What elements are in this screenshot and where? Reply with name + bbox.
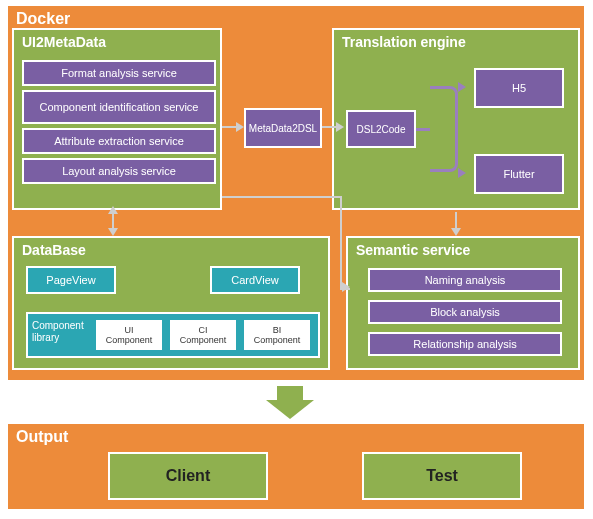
bracket-connector	[430, 86, 458, 172]
naming-analysis: Naming analysis	[368, 268, 562, 292]
component-library-label: Component library	[32, 320, 92, 344]
attribute-extraction-service: Attribute extraction service	[22, 128, 216, 154]
arrow-layout-to-semantic	[222, 196, 340, 198]
output-title: Output	[16, 428, 68, 446]
semantic-service-title: Semantic service	[356, 242, 470, 258]
format-analysis-service: Format analysis service	[22, 60, 216, 86]
translation-engine-title: Translation engine	[342, 34, 466, 50]
metadata2dsl-node: MetaData2DSL	[244, 108, 322, 148]
ui2metadata-container: UI2MetaData Format analysis service Comp…	[12, 28, 222, 210]
dsl2code-node: DSL2Code	[346, 110, 416, 148]
translation-engine-container: Translation engine DSL2Code H5 Flutter	[332, 28, 580, 210]
ci-component: CI Component	[170, 320, 236, 350]
ui2metadata-title: UI2MetaData	[22, 34, 106, 50]
pageview-node: PageView	[26, 266, 116, 294]
client-node: Client	[108, 452, 268, 500]
arrow-metadata2dsl-to-translation	[322, 126, 336, 128]
bi-component: BI Component	[244, 320, 310, 350]
flutter-node: Flutter	[474, 154, 564, 194]
block-analysis: Block analysis	[368, 300, 562, 324]
docker-title: Docker	[16, 10, 70, 28]
arrow-translation-to-semantic	[455, 212, 457, 230]
big-arrow-docker-to-output	[275, 384, 305, 402]
database-title: DataBase	[22, 242, 86, 258]
semantic-service-container: Semantic service Naming analysis Block a…	[346, 236, 580, 370]
database-container: DataBase PageView CardView Component lib…	[12, 236, 330, 370]
layout-analysis-service: Layout analysis service	[22, 158, 216, 184]
component-library-container: Component library UI Component CI Compon…	[26, 312, 320, 358]
cardview-node: CardView	[210, 266, 300, 294]
test-node: Test	[362, 452, 522, 500]
arrow-ui2meta-to-metadata2dsl	[222, 126, 236, 128]
h5-node: H5	[474, 68, 564, 108]
arrow-ui2meta-database-bidir	[112, 212, 114, 230]
output-container: Output Client Test	[6, 422, 586, 511]
relationship-analysis: Relationship analysis	[368, 332, 562, 356]
component-identification-service: Component identification service	[22, 90, 216, 124]
ui-component: UI Component	[96, 320, 162, 350]
